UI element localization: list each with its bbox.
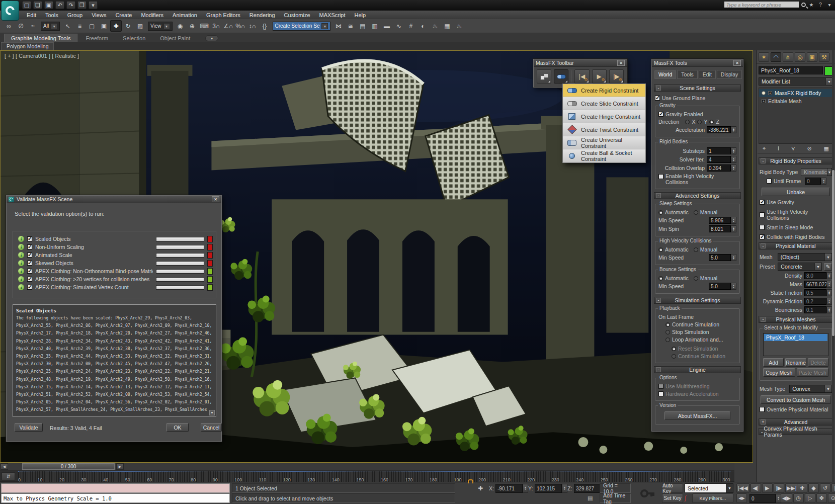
redo-icon[interactable]: ↷ <box>66 1 75 9</box>
reset-simulation-button[interactable]: |◀⚙ <box>574 69 589 83</box>
mesh-type-dropdown[interactable]: Convex ▼ <box>789 385 832 393</box>
spinner-snap-icon[interactable]: ↕∩ <box>247 20 259 32</box>
expand-icon[interactable]: + <box>768 91 772 95</box>
spinner-arrows[interactable]: ▲▼ <box>731 217 736 224</box>
spinner-arrows[interactable]: ▲▼ <box>826 272 832 279</box>
add-time-tag[interactable]: Add Time Tag <box>600 493 631 503</box>
use-high-velocity-checkbox[interactable] <box>760 212 765 217</box>
curve-editor-icon[interactable]: ∿ <box>393 20 404 32</box>
play-selected-icon[interactable]: ▷ <box>805 493 815 503</box>
expand-icon[interactable]: + <box>762 99 766 103</box>
scrollbar-down-icon[interactable]: ▼ <box>209 410 215 415</box>
application-menu-button[interactable] <box>1 1 19 21</box>
sleep-manual-radio[interactable] <box>694 210 698 215</box>
hv-automatic-radio[interactable] <box>658 247 663 252</box>
start-simulation-button[interactable]: ▶⚙ <box>592 69 607 83</box>
keyboard-override-icon[interactable]: ⌨ <box>199 20 210 32</box>
collapse-icon[interactable]: - <box>761 158 766 163</box>
collapse-icon[interactable]: - <box>656 367 661 372</box>
tab-object-paint[interactable]: Object Paint <box>153 34 197 42</box>
preset-dropdown[interactable]: Concrete ▼ <box>778 263 822 271</box>
time-configuration-icon[interactable]: ◷ <box>793 493 804 503</box>
unbake-button[interactable]: Unbake <box>762 188 830 196</box>
transform-gizmo-icon[interactable]: ✚ <box>478 485 483 492</box>
validate-dialog-titlebar[interactable]: Validate MassFX Scene ✕ <box>7 196 221 203</box>
layer-manager-icon[interactable]: ▤ <box>357 20 368 32</box>
enable-high-velocity-checkbox[interactable] <box>658 174 663 179</box>
set-key-curve-icon[interactable]: ∫ <box>685 494 686 501</box>
next-frame-arrow-icon[interactable]: ▶ <box>116 463 124 470</box>
until-frame-checkbox[interactable] <box>767 179 772 184</box>
animated-scale-checkbox[interactable] <box>27 253 32 258</box>
menu-item-create-hinge-constraint[interactable]: Create Hinge Constraint <box>563 110 645 123</box>
collapse-icon[interactable]: - <box>761 243 766 248</box>
info-icon[interactable]: i <box>18 268 24 274</box>
spinner-arrows[interactable]: ▲▼ <box>731 147 736 154</box>
tab-freeform[interactable]: Freeform <box>79 34 115 42</box>
menu-item[interactable]: Graph Editors <box>202 12 245 19</box>
maxscript-mini-listener-pink[interactable] <box>1 483 230 493</box>
close-icon[interactable]: ✕ <box>212 196 219 202</box>
static-friction-field[interactable]: 0.5 <box>804 289 826 296</box>
maxscript-mini-listener-white[interactable]: Max to Physcs Geometry Scale = 1.0 <box>1 493 230 503</box>
info-icon[interactable]: i <box>18 276 24 282</box>
previous-frame-arrow-icon[interactable]: ◀ <box>1 463 8 470</box>
x-coordinate-field[interactable]: -90.171▲▼ <box>495 484 528 493</box>
unlink-selection-icon[interactable]: ∅ <box>15 20 27 32</box>
rollout-simulation-settings[interactable]: - Simulation Settings <box>654 297 741 304</box>
key-filters-button[interactable]: Key Filters... <box>692 493 733 503</box>
motion-tab-icon[interactable]: ◎ <box>795 52 805 62</box>
percent-snap-icon[interactable]: %∩ <box>235 20 246 32</box>
menu-item-create-slide-constraint[interactable]: Create Slide Constraint <box>563 97 645 110</box>
rollout-physical-meshes[interactable]: - Physical Meshes <box>759 316 833 323</box>
modifier-stack[interactable]: + MassFX Rigid Body + Editable Mesh <box>759 88 833 144</box>
rendered-frame-icon[interactable]: ▦ <box>441 20 453 32</box>
reset-simulation-radio[interactable] <box>672 347 676 351</box>
about-massfx-button[interactable]: About MassFX... <box>664 411 730 420</box>
spinner-arrows[interactable]: ▲▼ <box>731 283 736 290</box>
time-slider[interactable]: ◀ 0 / 300 ▶ <box>0 463 734 471</box>
ok-button[interactable]: OK <box>166 423 189 432</box>
sleep-automatic-radio[interactable] <box>658 210 663 215</box>
rollout-advanced[interactable]: + Advanced <box>759 418 833 426</box>
hardware-acceleration-checkbox[interactable] <box>658 391 663 396</box>
tab-graphite-modeling-tools[interactable]: Graphite Modeling Tools <box>4 34 77 42</box>
substeps-field[interactable]: 1 <box>707 147 731 154</box>
ribbon-minimize-icon[interactable]: ▼ <box>205 35 218 41</box>
time-slider-handle[interactable]: 0 / 300 <box>22 463 115 470</box>
render-production-icon[interactable]: ♨ <box>453 20 465 32</box>
schematic-view-icon[interactable]: # <box>405 20 416 32</box>
menu-item[interactable]: Tools <box>41 12 63 19</box>
spinner-arrows[interactable]: ▲▼ <box>826 281 832 288</box>
non-uniform-scaling-checkbox[interactable] <box>27 244 32 249</box>
window-crossing-icon[interactable]: ▣ <box>98 20 110 32</box>
scene-explorer-icon[interactable]: ▥ <box>369 20 380 32</box>
modify-tab-icon[interactable]: ◠ <box>771 52 781 62</box>
go-to-start-button[interactable]: |◀◀ <box>736 483 749 493</box>
validate-button[interactable]: Validate <box>15 423 43 432</box>
rigid-body-type-dropdown[interactable]: Kinematic ▼ <box>801 168 832 176</box>
select-and-link-icon[interactable]: ∞ <box>3 20 15 32</box>
spinner-arrows[interactable]: ▲▼ <box>826 298 832 305</box>
make-unique-icon[interactable]: ⋎ <box>791 145 795 152</box>
favorites-star-icon[interactable]: ★ <box>808 2 815 8</box>
solver-iter-field[interactable]: 4 <box>707 156 731 163</box>
info-icon[interactable]: i <box>18 260 24 266</box>
undo-icon[interactable]: ↶ <box>55 1 64 9</box>
apex-vertices-checkbox[interactable] <box>27 277 32 282</box>
use-multithreading-checkbox[interactable] <box>658 384 663 389</box>
gravity-enabled-checkbox[interactable] <box>658 112 663 117</box>
track-bar[interactable]: ⇵ 01020304050607080901001101201301401501… <box>0 471 734 482</box>
until-frame-field[interactable]: 0 <box>805 178 821 185</box>
menu-item[interactable]: Create <box>111 12 136 19</box>
list-item[interactable]: PhysX_Roof_18 <box>764 334 827 341</box>
infocenter-search-input[interactable] <box>724 1 799 8</box>
panel-scrollbar[interactable] <box>832 50 834 482</box>
ribbon-toggle-icon[interactable]: ▬ <box>381 20 392 32</box>
start-in-sleep-checkbox[interactable] <box>760 225 765 230</box>
menu-item[interactable]: Customize <box>280 12 315 19</box>
apex-bindpose-checkbox[interactable] <box>27 269 32 274</box>
paste-mesh-button[interactable]: Paste Mesh <box>797 368 829 377</box>
key-mode-toggle-icon[interactable]: ◀▶ <box>781 493 792 503</box>
quick-access-arrow-icon[interactable]: ▾ <box>89 1 98 9</box>
